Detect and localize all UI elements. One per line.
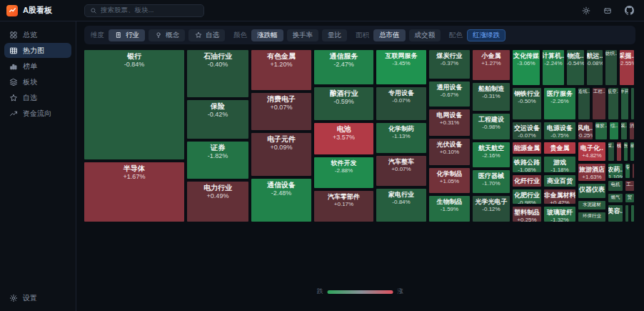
treemap-cell[interactable]: 通信设备-2.48% xyxy=(251,179,311,222)
treemap-cell[interactable]: 旅游酒店+1.63% xyxy=(578,164,605,181)
treemap-cell[interactable]: 贵金属 xyxy=(544,142,575,154)
filter-chip-color-volume-ratio[interactable]: 量比 xyxy=(322,29,347,41)
treemap-cell[interactable]: 互联网服务-3.45% xyxy=(376,50,426,84)
filter-chip-color-change-pct[interactable]: 涨跌幅 xyxy=(251,29,283,41)
treemap-cell[interactable]: 通信服务-2.47% xyxy=(314,50,373,84)
treemap-cell[interactable]: 文化传媒-3.06% xyxy=(513,50,540,85)
filter-chip-area-turnover-amount[interactable]: 成交额 xyxy=(409,29,441,41)
treemap-cell[interactable]: 化纤行业 xyxy=(513,175,541,187)
treemap-cell[interactable]: 电机 xyxy=(608,181,623,191)
treemap-cell[interactable]: 专用设备-0.07% xyxy=(376,87,426,120)
treemap-cell[interactable]: 光伏设备+0.10% xyxy=(429,139,470,165)
treemap-cell[interactable]: 美容.. xyxy=(608,205,623,222)
treemap-cell[interactable]: 燃气 xyxy=(608,194,623,202)
treemap-cell[interactable]: 通用设备-0.67% xyxy=(429,82,470,107)
treemap-cell[interactable]: 半导体+1.67% xyxy=(84,162,184,222)
treemap-cell[interactable]: 电力行业+0.49% xyxy=(187,182,248,222)
filter-chip-dimension-watchlist[interactable]: 自选 xyxy=(188,29,225,41)
treemap-cell[interactable]: 光学光电子-0.12% xyxy=(473,196,510,222)
treemap-cell[interactable]: 汽车整车+0.07% xyxy=(376,156,426,186)
treemap-cell[interactable]: 工程建设-0.98% xyxy=(473,114,510,139)
treemap-cell[interactable]: 物流..-0.54% xyxy=(567,50,584,85)
treemap-cell[interactable]: 纺织.. xyxy=(605,50,617,85)
sidebar-item-overview[interactable]: 总览 xyxy=(4,27,71,42)
treemap-cell[interactable]: 风电..+0.25% xyxy=(578,122,593,139)
treemap-cell[interactable]: 消费电子+0.07% xyxy=(251,93,311,130)
treemap-cell[interactable]: 电网设备+0.31% xyxy=(429,109,470,136)
treemap-cell[interactable] xyxy=(633,164,634,178)
treemap-cell[interactable]: 小金属+1.27% xyxy=(473,50,510,80)
treemap-cell[interactable]: 贸 xyxy=(625,194,634,202)
filter-chip-dimension-industry[interactable]: 行业 xyxy=(109,29,145,41)
treemap-cell[interactable]: 石油行业-0.40% xyxy=(187,50,248,97)
treemap-cell[interactable]: 农药..-1.10% xyxy=(608,164,623,178)
treemap-cell[interactable]: 化学制品+1.05% xyxy=(429,168,470,193)
treemap-cell[interactable]: 环保行业 xyxy=(578,212,605,222)
treemap-cell[interactable]: 橡胶.. xyxy=(595,122,607,139)
treemap-cell[interactable]: 保险-0.42% xyxy=(187,100,248,139)
sidebar-item-watchlist[interactable]: 自选 xyxy=(4,90,71,105)
treemap-cell[interactable]: 中药 xyxy=(621,88,628,119)
treemap-cell[interactable]: 交运设备-0.07% xyxy=(513,122,541,139)
github-button[interactable] xyxy=(621,3,637,19)
treemap-cell[interactable]: 能源金属 xyxy=(513,142,541,154)
filter-chip-scheme-red-up-green-down[interactable]: 红涨绿跌 xyxy=(467,29,505,41)
treemap-cell[interactable]: 医疗服务-2.26% xyxy=(544,88,575,119)
sidebar-item-heatmap[interactable]: 热力图 xyxy=(4,43,71,58)
treemap-cell[interactable]: 电源设备-0.75% xyxy=(544,122,575,139)
treemap-cell[interactable]: 电池+3.57% xyxy=(314,123,373,154)
treemap-cell[interactable]: 家电行业-0.84% xyxy=(376,189,426,222)
filter-chip-color-turnover-rate[interactable]: 换手率 xyxy=(287,29,319,41)
treemap-cell[interactable]: 航运..-0.08% xyxy=(587,50,603,85)
treemap-cell[interactable]: 钢铁行业-0.50% xyxy=(513,88,541,119)
treemap-cell[interactable]: 船舶制造-0.31% xyxy=(473,83,510,111)
treemap-cell[interactable]: 仪器仪表 xyxy=(578,184,605,198)
treemap-cell[interactable]: 核 xyxy=(617,142,621,161)
treemap-cell[interactable]: 商业百货 xyxy=(544,175,575,187)
theme-toggle-button[interactable] xyxy=(578,3,594,19)
treemap-cell[interactable]: 生物制品-1.59% xyxy=(429,196,470,222)
treemap-cell[interactable]: 证券-1.82% xyxy=(187,142,248,179)
treemap-cell[interactable]: 化肥行业-0.98% xyxy=(513,189,541,204)
treemap-cell[interactable]: 综.. xyxy=(610,122,618,139)
treemap-cell[interactable]: 采掘..+2.55% xyxy=(620,50,634,85)
treemap-cell[interactable]: 酿酒行业-0.59% xyxy=(314,87,373,120)
treemap-cell[interactable]: 消 xyxy=(630,122,634,139)
treemap-cell[interactable]: 航天航空-2.16% xyxy=(473,142,510,167)
treemap-cell[interactable]: 软件开发-2.88% xyxy=(314,157,373,188)
treemap-cell[interactable]: 造纸.. xyxy=(578,88,590,119)
treemap-cell[interactable] xyxy=(625,205,628,222)
archive-button[interactable] xyxy=(600,3,615,19)
treemap-cell[interactable]: 玻璃玻纤-1.32% xyxy=(544,207,575,222)
treemap-cell[interactable]: 医 xyxy=(624,142,628,161)
treemap-cell[interactable]: 铁路公路-1.08% xyxy=(513,157,541,172)
treemap-cell[interactable]: 汽车零部件+0.17% xyxy=(314,191,373,222)
treemap-cell[interactable]: 工.. xyxy=(625,181,634,191)
treemap-cell[interactable]: 银行-0.84% xyxy=(84,50,184,159)
treemap-cell[interactable]: 水泥建材 xyxy=(578,201,605,209)
treemap-cell[interactable]: 电子化..+4.82% xyxy=(578,142,605,161)
filter-chip-area-market-cap[interactable]: 总市值 xyxy=(373,29,406,41)
treemap-cell[interactable]: 有色金属+1.20% xyxy=(251,50,311,90)
treemap-cell[interactable] xyxy=(631,205,634,222)
sidebar-item-fund-flow[interactable]: 资金流向 xyxy=(4,106,71,121)
treemap-cell[interactable]: 工程.. xyxy=(593,88,605,119)
treemap-cell[interactable]: 非金属材料+0.42% xyxy=(544,189,575,204)
filter-chip-dimension-concept[interactable]: 概念 xyxy=(149,29,185,41)
treemap-cell[interactable]: 游戏-1.18% xyxy=(544,157,575,172)
treemap-cell[interactable]: 装.. xyxy=(621,122,627,139)
treemap-cell[interactable]: 家 xyxy=(630,142,634,161)
treemap-cell[interactable]: 医疗器械-1.70% xyxy=(473,170,510,193)
treemap-cell[interactable]: 煤炭行业-0.37% xyxy=(429,50,470,79)
sidebar-item-settings[interactable]: 设置 xyxy=(4,290,71,305)
treemap-cell[interactable]: 电子元件+0.09% xyxy=(251,133,311,176)
treemap-cell[interactable] xyxy=(631,88,634,119)
treemap-cell[interactable]: 采.. xyxy=(608,142,614,161)
search-input[interactable]: 搜索股票、板块... xyxy=(84,4,204,17)
treemap-cell[interactable]: 航空.. xyxy=(608,88,618,119)
sidebar-item-leaderboard[interactable]: 榜单 xyxy=(4,59,71,74)
sidebar-item-sectors[interactable]: 板块 xyxy=(4,74,71,89)
treemap-cell[interactable]: 塑料制品+0.25% xyxy=(513,207,541,222)
treemap-cell[interactable]: 专 xyxy=(625,164,630,178)
treemap-cell[interactable]: 计算机..-2.24% xyxy=(543,50,564,85)
